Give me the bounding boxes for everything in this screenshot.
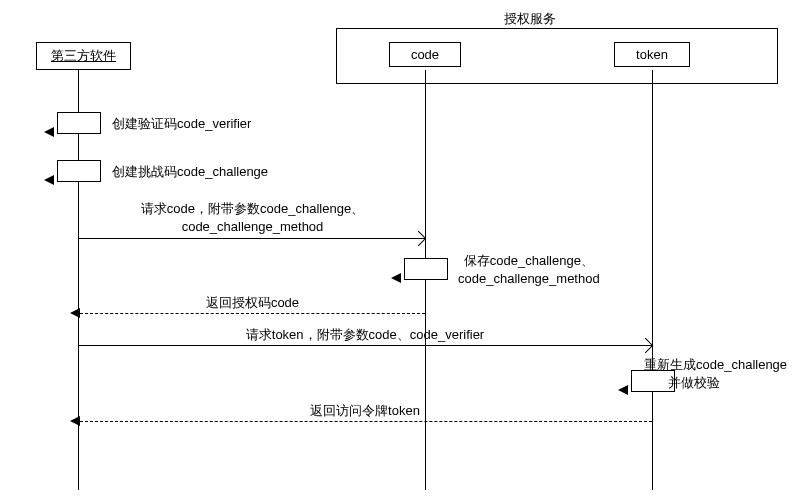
self-activation-m2 xyxy=(57,160,101,182)
participant-code: code xyxy=(389,42,461,67)
msg-label-m8: 返回访问令牌token xyxy=(80,402,650,420)
participant-code-label: code xyxy=(411,47,439,62)
msg-line-m5 xyxy=(80,313,425,314)
participant-token-label: token xyxy=(636,47,668,62)
arrow-icon xyxy=(44,127,54,137)
arrow-icon xyxy=(391,273,401,283)
arrow-icon xyxy=(70,308,80,318)
arrow-icon xyxy=(618,385,628,395)
participant-client-label: 第三方软件 xyxy=(51,48,116,63)
participant-client: 第三方软件 xyxy=(36,42,131,70)
msg-label-m1: 创建验证码code_verifier xyxy=(112,115,251,133)
lifeline-token xyxy=(652,70,653,490)
msg-label-m7: 重新生成code_challenge 并做校验 xyxy=(644,356,787,391)
msg-label-m3: 请求code，附带参数code_challenge、 code_challeng… xyxy=(80,200,425,235)
arrow-icon xyxy=(44,175,54,185)
msg-label-m4: 保存code_challenge、 code_challenge_method xyxy=(458,252,600,287)
msg-line-m8 xyxy=(80,421,652,422)
msg-label-m2: 创建挑战码code_challenge xyxy=(112,163,268,181)
msg-label-m5: 返回授权码code xyxy=(80,294,425,312)
lifeline-code xyxy=(425,70,426,490)
msg-line-m6 xyxy=(79,345,652,346)
msg-label-m6: 请求token，附带参数code、code_verifier xyxy=(80,326,650,344)
participant-token: token xyxy=(614,42,690,67)
msg-line-m3 xyxy=(79,238,425,239)
self-activation-m1 xyxy=(57,112,101,134)
sequence-diagram: 授权服务 第三方软件 code token 创建验证码code_verifier… xyxy=(0,0,805,500)
self-activation-m4 xyxy=(404,258,448,280)
arrow-icon xyxy=(70,416,80,426)
group-label-auth: 授权服务 xyxy=(480,10,580,28)
